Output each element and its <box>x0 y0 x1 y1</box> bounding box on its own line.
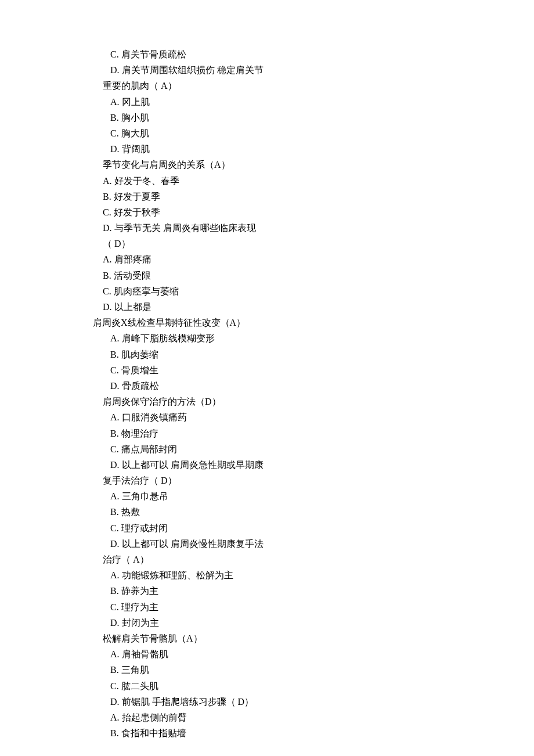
text-line: C. 肌肉痉挛与萎缩 <box>93 283 505 299</box>
text-line: （ D） <box>93 236 505 251</box>
document-content: C. 肩关节骨质疏松D. 肩关节周围软组织损伤 稳定肩关节重要的肌肉（ A）A.… <box>93 46 505 741</box>
text-line: B. 热敷 <box>93 504 505 520</box>
text-line: C. 痛点局部封闭 <box>93 441 505 457</box>
text-line: B. 活动受限 <box>93 268 505 283</box>
text-line: 重要的肌肉（ A） <box>93 78 505 93</box>
text-line: B. 肌肉萎缩 <box>93 347 505 362</box>
text-line: C. 理疗或封闭 <box>93 520 505 536</box>
text-line: 肩周炎X线检查早期特征性改变（A） <box>93 315 505 330</box>
text-line: C. 肱二头肌 <box>93 678 505 694</box>
text-line: 治疗（ A） <box>93 552 505 567</box>
text-line: A. 功能锻炼和理筋、松解为主 <box>93 567 505 583</box>
text-line: D. 肩关节周围软组织损伤 稳定肩关节 <box>93 62 505 78</box>
text-line: 肩周炎保守治疗的方法（D） <box>93 394 505 409</box>
text-line: B. 物理治疗 <box>93 426 505 441</box>
text-line: A. 肩峰下脂肪线模糊变形 <box>93 330 505 346</box>
text-line: A. 肩袖骨骼肌 <box>93 646 505 662</box>
text-line: B. 静养为主 <box>93 583 505 599</box>
text-line: C. 胸大肌 <box>93 125 505 141</box>
text-line: B. 胸小肌 <box>93 110 505 125</box>
text-line: A. 抬起患侧的前臂 <box>93 710 505 725</box>
text-line: 复手法治疗（ D） <box>93 473 505 488</box>
text-line: D. 以上都可以 肩周炎慢性期康复手法 <box>93 536 505 552</box>
text-line: 松解肩关节骨骼肌（A） <box>93 631 505 646</box>
text-line: A. 好发于冬、春季 <box>93 173 505 189</box>
text-line: C. 好发于秋季 <box>93 204 505 220</box>
text-line: B. 好发于夏季 <box>93 189 505 204</box>
text-line: D. 背阔肌 <box>93 141 505 157</box>
text-line: A. 三角巾悬吊 <box>93 488 505 504</box>
text-line: B. 食指和中指贴墙 <box>93 725 505 741</box>
text-line: D. 前锯肌 手指爬墙练习步骤（ D） <box>93 694 505 710</box>
text-line: A. 口服消炎镇痛药 <box>93 409 505 425</box>
text-line: B. 三角肌 <box>93 662 505 678</box>
text-line: C. 理疗为主 <box>93 599 505 615</box>
text-line: D. 以上都是 <box>93 299 505 315</box>
text-line: D. 封闭为主 <box>93 615 505 631</box>
text-line: 季节变化与肩周炎的关系（A） <box>93 157 505 172</box>
text-line: D. 以上都可以 肩周炎急性期或早期康 <box>93 457 505 473</box>
text-line: A. 肩部疼痛 <box>93 251 505 267</box>
text-line: D. 与季节无关 肩周炎有哪些临床表现 <box>93 220 505 236</box>
document-page: C. 肩关节骨质疏松D. 肩关节周围软组织损伤 稳定肩关节重要的肌肉（ A）A.… <box>0 0 534 756</box>
text-line: A. 冈上肌 <box>93 94 505 110</box>
text-line: C. 骨质增生 <box>93 362 505 378</box>
text-line: D. 骨质疏松 <box>93 378 505 394</box>
text-line: C. 肩关节骨质疏松 <box>93 46 505 62</box>
